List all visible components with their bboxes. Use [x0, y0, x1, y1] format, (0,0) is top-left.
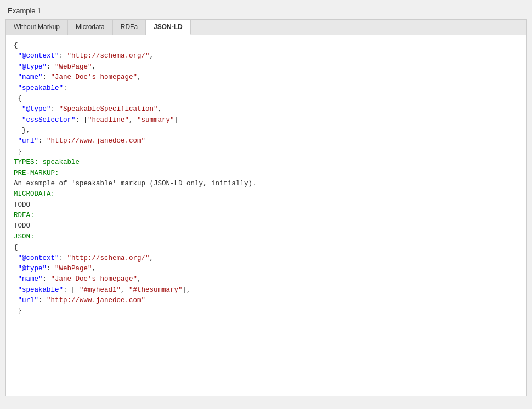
tab-without-markup[interactable]: Without Markup — [6, 20, 68, 35]
page-title: Example 1 — [5, 5, 527, 16]
content-area: { "@context": "http://schema.org/", "@ty… — [5, 35, 527, 396]
tab-microdata[interactable]: Microdata — [68, 20, 113, 35]
tab-json-ld[interactable]: JSON-LD — [146, 20, 191, 35]
tab-bar: Without Markup Microdata RDFa JSON-LD — [5, 19, 527, 35]
tab-rdfa[interactable]: RDFa — [113, 20, 146, 35]
